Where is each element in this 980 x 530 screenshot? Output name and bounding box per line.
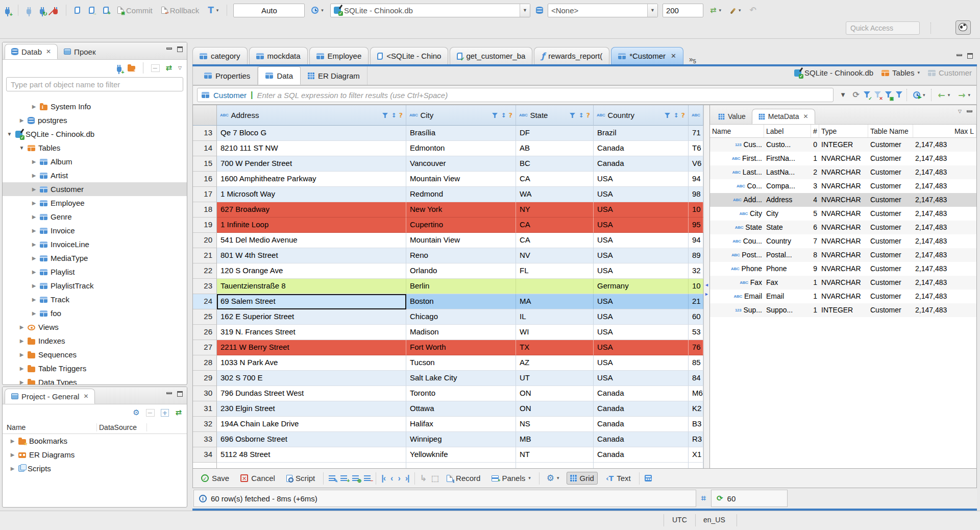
chevron-right-icon[interactable]: ▶: [31, 159, 37, 164]
grid-cell[interactable]: Vancouver: [406, 156, 516, 172]
meta-cell[interactable]: 2,147,483: [913, 221, 976, 234]
column-header-State[interactable]: ABCState↕?: [516, 105, 594, 126]
chevron-right-icon[interactable]: ▶: [19, 117, 24, 123]
editor-tab-get_customer_ba[interactable]: ✓get_customer_ba: [450, 47, 532, 64]
grid-cell[interactable]: Tauentzienstraße 8: [217, 279, 406, 294]
column-header-postal[interactable]: ABC: [689, 105, 703, 126]
grid-cell[interactable]: UT: [516, 371, 594, 386]
metadata-row[interactable]: ABCStateState6NVARCHARCustomer2,147,483: [710, 221, 976, 234]
grid-cell[interactable]: 84: [689, 371, 703, 386]
row-number-cell[interactable]: 24: [193, 294, 217, 309]
sidebar-item-invoice[interactable]: ▶Invoice: [3, 224, 187, 237]
editor-tab-category[interactable]: category: [192, 47, 248, 64]
meta-cell[interactable]: 2,147,483: [913, 138, 976, 152]
grid-cell[interactable]: 1 Infinite Loop: [217, 218, 406, 233]
project-item-er-diagrams[interactable]: ▶ER Diagrams: [3, 448, 187, 462]
sql-editor-button[interactable]: [72, 6, 82, 15]
meta-cell[interactable]: NVARCHAR: [819, 234, 868, 248]
sidebar-item-indexes[interactable]: ▶Indexes: [3, 334, 187, 348]
grid-cell[interactable]: USA: [594, 202, 689, 218]
grid-cell[interactable]: T6: [689, 141, 703, 156]
meta-cell[interactable]: 2,147,483: [913, 262, 976, 276]
metadata-row[interactable]: ABCLast...LastNa...2NVARCHARCustomer2,14…: [710, 165, 976, 179]
grid-cell[interactable]: NT: [516, 447, 594, 463]
meta-column-header--[interactable]: #: [811, 125, 819, 137]
connect-button[interactable]: [24, 6, 33, 15]
sidebar-item-genre[interactable]: ▶Genre: [3, 210, 187, 224]
filter-help-icon[interactable]: ?: [399, 112, 403, 118]
meta-cell[interactable]: NVARCHAR: [819, 262, 868, 276]
meta-cell[interactable]: State: [764, 221, 811, 234]
chevron-right-icon[interactable]: ▶: [31, 200, 37, 206]
meta-column-header-max-l[interactable]: Max L: [913, 125, 976, 137]
meta-cell[interactable]: 6: [811, 221, 819, 234]
meta-cell[interactable]: Customer: [868, 303, 913, 317]
meta-cell[interactable]: Postal...: [764, 248, 811, 262]
save-button[interactable]: ✓ Save: [198, 472, 232, 484]
row-number-cell[interactable]: 33: [193, 432, 217, 447]
meta-name-cell[interactable]: ABCCou...: [710, 234, 764, 248]
grid-cell[interactable]: Canada: [594, 417, 689, 432]
grid-cell[interactable]: USA: [594, 309, 689, 325]
row-number-cell[interactable]: 31: [193, 401, 217, 417]
settings-button[interactable]: ⚙ ▾: [545, 473, 561, 484]
new-folder-icon[interactable]: +: [128, 66, 135, 71]
cancel-button[interactable]: ✕ Cancel: [237, 472, 278, 484]
row-number-cell[interactable]: 27: [193, 340, 217, 355]
filter-help-icon[interactable]: ?: [508, 112, 512, 118]
sidebar-item-views[interactable]: ▶Views: [3, 320, 187, 334]
grid-cell[interactable]: DF: [516, 126, 594, 141]
refresh-icon[interactable]: ⟳: [717, 495, 723, 502]
grid-cell[interactable]: Chicago: [406, 309, 516, 325]
chevron-right-icon[interactable]: ▶: [31, 310, 37, 316]
grid-cell[interactable]: 5112 48 Street: [217, 447, 406, 463]
maximize-icon[interactable]: [177, 46, 183, 52]
row-number-cell[interactable]: 28: [193, 355, 217, 371]
chevron-right-icon[interactable]: ▶: [19, 324, 24, 330]
row-number-cell[interactable]: 20: [193, 233, 217, 248]
meta-cell[interactable]: Customer: [868, 179, 913, 193]
grid-cell[interactable]: ON: [516, 401, 594, 417]
row-number-cell[interactable]: 14: [193, 141, 217, 156]
metadata-row[interactable]: ABCCou...Country7NVARCHARCustomer2,147,4…: [710, 234, 976, 248]
column-header-City[interactable]: ABCCity↕?: [406, 105, 516, 126]
meta-cell[interactable]: Customer: [868, 276, 913, 290]
close-icon[interactable]: ✕: [46, 48, 51, 55]
chevron-right-icon[interactable]: ▶: [19, 366, 24, 371]
gear-icon[interactable]: ⚙: [133, 409, 139, 417]
sidebar-item-postgres[interactable]: ▶postgres: [3, 113, 187, 127]
grid-cell[interactable]: 696 Osborne Street: [217, 432, 406, 447]
row-number-cell[interactable]: 15: [193, 156, 217, 172]
grid-cell[interactable]: 120 S Orange Ave: [217, 263, 406, 279]
collapse-all-icon[interactable]: −: [151, 64, 160, 72]
sidebar-item-track[interactable]: ▶Track: [3, 293, 187, 306]
row-number-cell[interactable]: 18: [193, 202, 217, 218]
disconnect-button[interactable]: [51, 6, 60, 15]
sql-filter-input[interactable]: Customer | Enter a SQL expression to fil…: [197, 88, 834, 102]
grid-cell[interactable]: ON: [516, 386, 594, 401]
panels-button[interactable]: + Panels ▾: [488, 472, 533, 484]
breadcrumb-item-tables[interactable]: Tables▾: [881, 68, 920, 77]
breadcrumb-item-sqlite-chinook-db[interactable]: SQLite - Chinook.db: [794, 68, 873, 77]
chevron-right-icon[interactable]: ▶: [19, 352, 24, 357]
meta-name-cell[interactable]: ABCPhone: [710, 262, 764, 276]
grid-cell[interactable]: USA: [594, 371, 689, 386]
row-number-cell[interactable]: 21: [193, 248, 217, 263]
editor-tab-mockdata[interactable]: mockdata: [249, 47, 308, 64]
meta-cell[interactable]: Customer: [868, 138, 913, 152]
sort-icon[interactable]: ↕: [501, 112, 506, 118]
grid-cell[interactable]: 162 E Superior Street: [217, 309, 406, 325]
column-layout-icon[interactable]: ⌗: [701, 494, 706, 502]
metadata-row[interactable]: ABCEmailEmail1NVARCHARCustomer2,147,483: [710, 290, 976, 303]
column-header-Country[interactable]: ABCCountry↕?: [594, 105, 689, 126]
format-button[interactable]: ▾: [728, 6, 743, 15]
grid-cell[interactable]: USA: [594, 263, 689, 279]
grid-cell[interactable]: Germany: [594, 279, 689, 294]
grid-cell[interactable]: Madison: [406, 325, 516, 340]
grid-cell[interactable]: NY: [516, 202, 594, 218]
grid-cell[interactable]: 69 Salem Street: [217, 294, 406, 309]
chevron-right-icon[interactable]: ▶: [31, 283, 37, 288]
rollback-button[interactable]: ↩ Rollback: [159, 5, 202, 16]
collapse-all-icon[interactable]: −: [146, 409, 155, 417]
grid-cell[interactable]: WA: [516, 187, 594, 202]
